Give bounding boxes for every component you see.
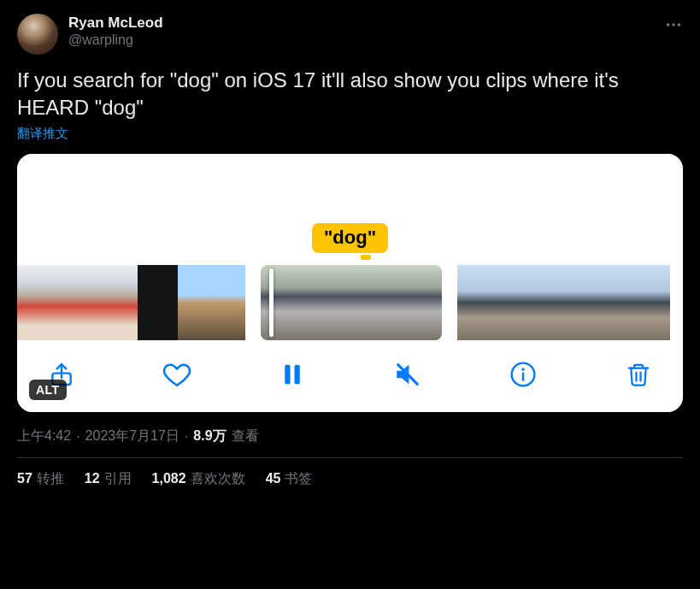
tweet-date[interactable]: 2023年7月17日 [85, 427, 179, 445]
more-icon[interactable] [664, 14, 683, 39]
svg-rect-5 [295, 365, 300, 385]
tweet-time[interactable]: 上午4:42 [17, 427, 71, 445]
heart-icon[interactable] [158, 356, 196, 393]
svg-point-2 [678, 23, 681, 27]
views-label: 查看 [232, 427, 259, 445]
retweets-stat[interactable]: 57转推 [17, 470, 64, 488]
tweet-meta: 上午4:42 · 2023年7月17日 · 8.9万 查看 [17, 427, 683, 458]
author-names[interactable]: Ryan McLeod @warpling [68, 14, 163, 49]
media-top: "dog" [17, 154, 683, 265]
alt-badge[interactable]: ALT [29, 380, 67, 400]
clip-group-2-active[interactable] [261, 265, 442, 340]
clip-group-1[interactable] [17, 265, 245, 340]
svg-point-1 [672, 23, 675, 27]
translate-link[interactable]: 翻译推文 [17, 126, 683, 142]
playhead[interactable] [269, 268, 274, 337]
views-count: 8.9万 [193, 427, 226, 445]
avatar[interactable] [17, 14, 58, 55]
mute-icon[interactable] [389, 356, 426, 393]
svg-rect-4 [285, 365, 290, 385]
media-card[interactable]: "dog" [17, 154, 683, 412]
search-bubble: "dog" [312, 223, 388, 253]
svg-point-0 [667, 23, 670, 27]
tweet-stats: 57转推 12引用 1,082喜欢次数 45书签 [17, 458, 683, 488]
tweet-header: Ryan McLeod @warpling [17, 14, 683, 55]
pause-icon[interactable] [274, 356, 311, 393]
clip-group-3[interactable] [457, 265, 670, 340]
info-icon[interactable] [504, 356, 542, 393]
trash-icon[interactable] [620, 356, 657, 393]
handle: @warpling [68, 32, 163, 49]
quotes-stat[interactable]: 12引用 [85, 470, 132, 488]
bookmarks-stat[interactable]: 45书签 [266, 470, 313, 488]
svg-point-9 [521, 368, 524, 371]
tweet-text: If you search for "dog" on iOS 17 it'll … [17, 67, 683, 121]
video-timeline[interactable] [17, 265, 683, 340]
tweet: Ryan McLeod @warpling If you search for … [0, 0, 700, 498]
display-name: Ryan McLeod [68, 14, 163, 32]
media-controls [17, 340, 683, 412]
likes-stat[interactable]: 1,082喜欢次数 [152, 470, 245, 488]
